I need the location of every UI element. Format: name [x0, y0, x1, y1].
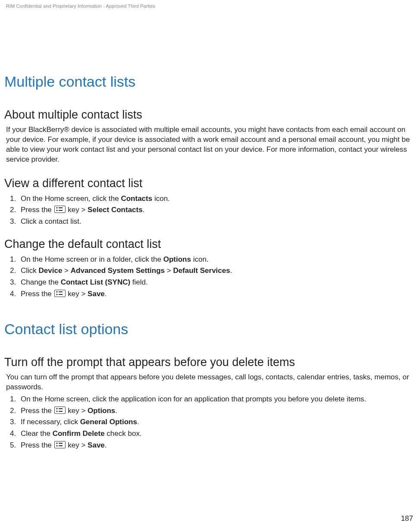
svg-rect-14: [59, 443, 63, 444]
section-title-contact-list-options: Contact list options: [4, 321, 414, 338]
list-item: Press the key > Save.: [18, 440, 414, 451]
step-text: .: [105, 290, 107, 298]
list-item: Click Device > Advanced System Settings …: [18, 266, 414, 276]
list-item: Clear the Confirm Delete check box.: [18, 429, 414, 439]
menu-key-icon: [54, 290, 66, 297]
list-item: Change the Contact List (SYNC) field.: [18, 277, 414, 288]
svg-point-8: [56, 408, 57, 409]
bold-text: General Options: [80, 418, 137, 426]
svg-rect-7: [59, 294, 63, 295]
svg-rect-15: [59, 445, 63, 446]
step-text: Press the: [21, 290, 54, 298]
bold-text: Save: [88, 441, 105, 449]
step-text: On the Home screen or in a folder, click…: [21, 255, 163, 263]
bold-text: Select Contacts: [88, 206, 143, 214]
svg-rect-6: [59, 291, 63, 292]
step-text: Press the: [21, 441, 54, 449]
step-text: key >: [66, 407, 88, 415]
step-text: Press the: [21, 206, 54, 214]
step-text: .: [105, 441, 107, 449]
step-text: Click a contact list.: [21, 217, 81, 225]
paragraph-turn-off-prompt: You can turn off the prompt that appears…: [6, 372, 414, 392]
step-text: .: [115, 407, 117, 415]
heading-turn-off-prompt: Turn off the prompt that appears before …: [4, 356, 414, 369]
confidential-header: RIM Confidential and Proprietary Informa…: [6, 3, 414, 9]
step-text: >: [165, 266, 173, 275]
heading-about-multiple-contact-lists: About multiple contact lists: [4, 108, 414, 122]
step-text: check box.: [105, 429, 142, 438]
svg-point-12: [56, 442, 57, 444]
section-title-multiple-contact-lists: Multiple contact lists: [4, 73, 414, 90]
svg-rect-2: [59, 207, 63, 208]
list-item: Click a contact list.: [18, 216, 414, 227]
heading-view-different-list: View a different contact list: [4, 177, 414, 190]
step-text: On the Home screen, click the: [21, 194, 121, 203]
menu-key-icon: [54, 441, 66, 448]
list-item: Press the key > Options.: [18, 406, 414, 416]
step-text: .: [143, 206, 145, 214]
svg-rect-11: [59, 411, 63, 412]
bold-text: Device: [39, 266, 63, 275]
list-item: If necessary, click General Options.: [18, 417, 414, 428]
bold-text: Contact List (SYNC): [61, 278, 131, 286]
step-text: Change the: [21, 278, 61, 286]
step-text: Click: [21, 266, 39, 275]
step-text: icon.: [191, 255, 209, 263]
page-number: 187: [401, 514, 413, 523]
svg-rect-10: [59, 408, 63, 409]
menu-key-icon: [54, 407, 66, 414]
heading-change-default-list: Change the default contact list: [4, 238, 414, 251]
svg-rect-3: [59, 210, 63, 211]
step-text: If necessary, click: [21, 418, 80, 426]
steps-change-default-list: On the Home screen or in a folder, click…: [6, 254, 414, 300]
svg-point-1: [56, 210, 57, 211]
document-page: RIM Confidential and Proprietary Informa…: [0, 0, 420, 529]
step-text: field.: [130, 278, 148, 286]
step-text: .: [137, 418, 139, 426]
bold-text: Confirm Delete: [53, 429, 105, 438]
svg-point-13: [56, 445, 57, 446]
step-text: icon.: [152, 194, 170, 203]
svg-point-9: [56, 410, 57, 412]
steps-view-different-list: On the Home screen, click the Contacts i…: [6, 194, 414, 227]
bold-text: Options: [88, 407, 115, 415]
bold-text: Advanced System Settings: [71, 266, 165, 275]
list-item: On the Home screen, click the Contacts i…: [18, 194, 414, 204]
step-text: Press the: [21, 407, 54, 415]
steps-turn-off-prompt: On the Home screen, click the applicatio…: [6, 394, 414, 451]
step-text: Clear the: [21, 429, 53, 438]
svg-point-0: [56, 207, 57, 209]
step-text: key >: [66, 290, 88, 298]
step-text: key >: [66, 441, 88, 449]
list-item: Press the key > Select Contacts.: [18, 205, 414, 216]
bold-text: Contacts: [121, 194, 152, 203]
step-text: >: [62, 266, 70, 275]
step-text: .: [230, 266, 232, 275]
paragraph-about: If your BlackBerry® device is associated…: [6, 125, 414, 165]
list-item: Press the key > Save.: [18, 289, 414, 300]
list-item: On the Home screen or in a folder, click…: [18, 254, 414, 265]
step-text: key >: [66, 206, 88, 214]
bold-text: Save: [88, 290, 105, 298]
bold-text: Default Services: [173, 266, 230, 275]
bold-text: Options: [163, 255, 191, 263]
step-text: On the Home screen, click the applicatio…: [21, 395, 366, 403]
menu-key-icon: [54, 206, 66, 213]
svg-point-5: [56, 294, 57, 295]
list-item: On the Home screen, click the applicatio…: [18, 394, 414, 405]
svg-point-4: [56, 291, 57, 292]
